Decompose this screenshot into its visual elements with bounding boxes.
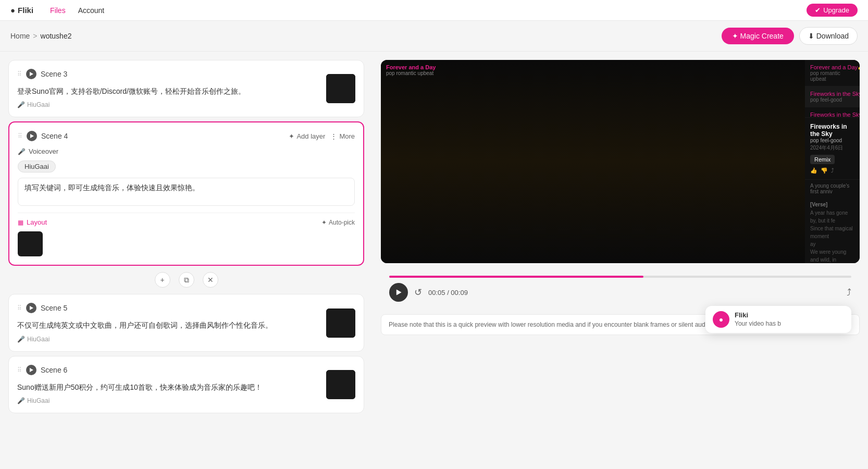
mic-icon-6: 🎤 — [17, 397, 25, 404]
scene-6-header: ⠿ Scene 6 — [17, 365, 355, 375]
song-item-3[interactable]: Fireworks in the Sky pop feel-good 👍 👎 ⤴… — [805, 107, 860, 117]
scene-6-voice: 🎤 HiuGaai — [17, 397, 355, 404]
replay-button[interactable]: ↺ — [414, 287, 422, 298]
scene-3-play[interactable] — [26, 69, 36, 79]
scene-5-voice: 🎤 HiuGaai — [17, 336, 355, 343]
detail-share[interactable]: ⤴ — [831, 167, 834, 174]
song-2-genre: pop feel-good — [810, 97, 860, 103]
nav-files[interactable]: Files — [44, 0, 72, 21]
layout-thumbnail[interactable] — [18, 231, 43, 256]
scene-3-title: Scene 3 — [41, 70, 67, 78]
scene-action-bar: + ⧉ ✕ — [8, 270, 364, 290]
scene-card-3: ⠿ Scene 3 登录Suno官网，支持谷歌/Discord/微软账号，轻松开… — [8, 60, 364, 117]
left-panel: ⠿ Scene 3 登录Suno官网，支持谷歌/Discord/微软账号，轻松开… — [0, 52, 373, 469]
progress-fill — [389, 276, 643, 278]
breadcrumb-separator: > — [33, 32, 37, 40]
remix-button[interactable]: Remix — [810, 155, 835, 164]
add-layer-button[interactable]: ✦ Add layer — [289, 132, 325, 140]
fliki-name: Fliki — [735, 311, 844, 319]
scene-5-play[interactable] — [26, 303, 36, 313]
detail-thumbdown[interactable]: 👎 — [821, 167, 828, 174]
download-button[interactable]: ⬇ Download — [799, 27, 858, 45]
thumbup-icon-1[interactable]: 👍 — [858, 64, 860, 70]
scene-card-5: ⠿ Scene 5 不仅可生成纯英文或中文歌曲，用户还可自创歌词，选择曲风制作个… — [8, 294, 364, 351]
progress-track[interactable] — [389, 276, 851, 278]
scene-3-header: ⠿ Scene 3 — [17, 69, 355, 79]
nav-account[interactable]: Account — [72, 0, 111, 21]
scene-6-play[interactable] — [26, 365, 36, 375]
top-nav: ● Fliki Files Account ✔ Upgrade — [0, 0, 868, 21]
time-display: 00:05 / 00:09 — [428, 289, 468, 297]
add-scene-button[interactable]: + — [155, 272, 170, 288]
play-pause-button[interactable] — [389, 283, 408, 302]
layout-section: ▦ Layout ✦ Auto-pick — [18, 213, 355, 256]
drag-handle-6[interactable]: ⠿ — [17, 366, 22, 374]
progress-container — [389, 276, 851, 278]
breadcrumb-bar: Home > wotushe2 ✦ Magic Create ⬇ Downloa… — [0, 21, 868, 52]
scene-6-title: Scene 6 — [41, 366, 67, 374]
lyrics-section: [Verse] A year has gone by, but it fe Si… — [805, 198, 860, 263]
song-2-title: Fireworks in the Sky — [810, 91, 860, 97]
song-1-actions: 👍 👎 ⤴ ··· — [858, 64, 860, 70]
scene-4-play[interactable] — [27, 131, 37, 141]
delete-scene-button[interactable]: ✕ — [203, 272, 218, 288]
scene-3-voice: 🎤 HiuGaai — [17, 101, 355, 108]
drag-handle-4[interactable]: ⠿ — [18, 132, 22, 140]
song-1-genre: pop romantic upbeat — [810, 70, 858, 82]
svg-marker-2 — [30, 306, 33, 310]
voice-tag-4[interactable]: HiuGaai — [18, 161, 56, 172]
share-button[interactable]: ⤴ — [847, 287, 851, 298]
scene-4-actions: ✦ Add layer ⋮ More — [289, 132, 355, 140]
song-item-2[interactable]: Fireworks in the Sky pop feel-good 👍 👎 ⤴… — [805, 87, 860, 107]
svg-marker-3 — [30, 368, 33, 372]
breadcrumb-home[interactable]: Home — [10, 32, 30, 40]
video-preview: Forever and a Day pop romantic upbeat Fo… — [381, 60, 860, 263]
more-button[interactable]: ⋮ More — [330, 132, 355, 140]
drag-handle-5[interactable]: ⠿ — [17, 304, 22, 312]
detail-date: 2024年4月6日 — [810, 144, 854, 152]
svg-marker-1 — [30, 134, 34, 138]
mic-icon-4: 🎤 — [18, 148, 26, 155]
detail-actions: 👍 👎 ⤴ — [810, 167, 854, 174]
layout-title: ▦ Layout — [18, 218, 47, 226]
detail-thumbup[interactable]: 👍 — [810, 167, 817, 174]
svg-marker-4 — [396, 289, 402, 295]
logo-icon: ● — [10, 6, 15, 15]
fliki-logo-icon: ● — [719, 315, 723, 324]
drag-handle-3[interactable]: ⠿ — [17, 70, 22, 78]
video-song-genre: pop romantic upbeat — [386, 70, 436, 76]
right-panel: Forever and a Day pop romantic upbeat Fo… — [373, 52, 868, 469]
breadcrumb-current: wotushe2 — [41, 32, 72, 40]
nav-right: ✔ Upgrade — [807, 4, 858, 17]
song-item-1[interactable]: Forever and a Day pop romantic upbeat 👍 … — [805, 60, 860, 87]
fliki-content: Fliki Your video has b — [735, 311, 844, 327]
breadcrumb-actions: ✦ Magic Create ⬇ Download — [722, 27, 858, 45]
auto-pick-button[interactable]: ✦ Auto-pick — [321, 219, 355, 226]
breadcrumb: Home > wotushe2 — [10, 32, 71, 40]
scene-5-title: Scene 5 — [41, 304, 67, 312]
mic-icon-3: 🎤 — [17, 101, 25, 108]
video-sidebar: Forever and a Day pop romantic upbeat 👍 … — [805, 60, 860, 263]
fliki-avatar: ● — [713, 311, 729, 328]
mic-icon-5: 🎤 — [17, 336, 25, 343]
magic-create-button[interactable]: ✦ Magic Create — [722, 28, 794, 44]
check-icon: ✔ — [815, 6, 821, 14]
upgrade-button[interactable]: ✔ Upgrade — [807, 4, 858, 17]
video-song-title: Forever and a Day — [386, 64, 436, 70]
scene-card-4: ⠿ Scene 4 ✦ Add layer ⋮ More � — [8, 121, 364, 266]
video-content-display — [381, 60, 805, 263]
scene-5-thumb — [326, 308, 355, 338]
scene-4-text-input[interactable] — [18, 178, 355, 206]
verse1-lines: A year has gone by, but it fe Since that… — [810, 209, 854, 263]
scene-3-text: 登录Suno官网，支持谷歌/Discord/微软账号，轻松开始音乐创作之旅。 — [17, 85, 355, 97]
copy-scene-button[interactable]: ⧉ — [179, 272, 194, 288]
logo: ● Fliki — [10, 6, 33, 15]
song-list: Forever and a Day pop romantic upbeat 👍 … — [805, 60, 860, 117]
main-layout: ⠿ Scene 3 登录Suno官网，支持谷歌/Discord/微软账号，轻松开… — [0, 52, 868, 469]
scene-4-header: ⠿ Scene 4 ✦ Add layer ⋮ More — [18, 131, 355, 141]
svg-marker-0 — [30, 72, 33, 76]
scene-3-thumb — [326, 74, 355, 103]
player-controls: ↺ 00:05 / 00:09 ⤴ — [389, 283, 851, 302]
layout-header: ▦ Layout ✦ Auto-pick — [18, 218, 355, 226]
sparkle-icon: ✦ — [289, 132, 294, 140]
